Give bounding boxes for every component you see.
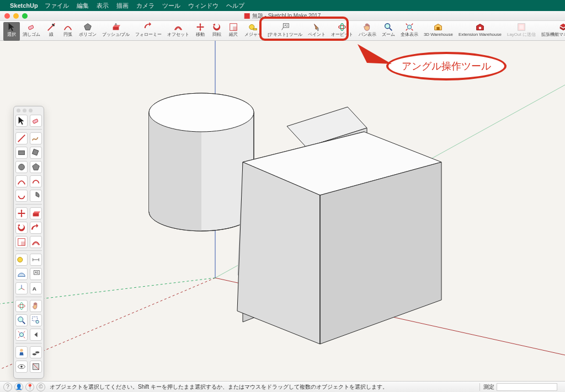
palette-select[interactable] [15, 115, 28, 127]
status-message: オブジェクトを選択してください。Shift キーを押したまま選択するか、またはマ… [50, 383, 479, 391]
app-name[interactable]: SketchUp [10, 2, 38, 9]
svg-point-14 [479, 26, 482, 29]
tool-extension-manager[interactable]: 拡張機能マネージャー [539, 22, 565, 41]
tool-line[interactable]: 線 [43, 22, 60, 41]
palette-freehand[interactable] [30, 132, 42, 144]
palette-2pt-arc[interactable] [30, 175, 42, 187]
status-geo-icon[interactable]: 📍 [25, 383, 34, 391]
svg-point-41 [19, 332, 23, 336]
window-titlebar: 無題 - SketchUp Make 2017 [0, 11, 565, 21]
tool-followme[interactable]: フォローミー [132, 22, 164, 41]
palette-position-camera[interactable] [15, 346, 28, 358]
svg-rect-0 [28, 25, 34, 30]
status-help-icon[interactable]: ? [3, 383, 12, 391]
tool-shape[interactable]: ポリゴン [76, 22, 99, 41]
menu-help[interactable]: ヘルプ [226, 2, 244, 10]
os-menubar: SketchUp ファイル 編集 表示 描画 カメラ ツール ウィンドウ ヘルプ [0, 0, 565, 11]
svg-point-23 [149, 93, 254, 132]
palette-text[interactable]: A1 [30, 268, 42, 280]
svg-point-10 [340, 23, 343, 30]
tool-pan[interactable]: パン表示 [356, 22, 379, 41]
tool-scale[interactable]: 縮尺 [225, 22, 242, 41]
palette-orbit[interactable] [15, 300, 28, 312]
tool-eraser[interactable]: 消しゴム [20, 22, 43, 41]
menu-window[interactable]: ウィンドウ [188, 2, 218, 10]
close-window-button[interactable] [4, 13, 10, 19]
tool-rotate[interactable]: 回転 [209, 22, 225, 41]
tool-pushpull[interactable]: プッシュ/プル [99, 22, 132, 41]
tool-zoom[interactable]: ズーム [379, 22, 398, 41]
tool-offset[interactable]: オフセット [164, 22, 192, 41]
menu-draw[interactable]: 描画 [116, 2, 129, 10]
minimize-window-button[interactable] [13, 13, 19, 19]
palette-move[interactable] [15, 207, 28, 219]
palette-3pt-arc[interactable] [15, 190, 28, 202]
svg-rect-27 [32, 149, 39, 155]
svg-text:A1: A1 [35, 271, 39, 274]
palette-followme[interactable] [30, 222, 42, 234]
tool-paint[interactable]: ペイント [305, 22, 328, 41]
palette-offset[interactable] [30, 236, 42, 248]
svg-text:A: A [33, 286, 36, 292]
svg-point-11 [385, 23, 390, 28]
menu-view[interactable]: 表示 [97, 2, 109, 10]
palette-rectangle[interactable] [15, 147, 28, 159]
palette-axes[interactable] [15, 282, 28, 294]
palette-zoom[interactable] [15, 314, 28, 326]
menu-camera[interactable]: カメラ [136, 2, 154, 10]
zoom-window-button[interactable] [22, 13, 28, 19]
palette-pie[interactable] [30, 190, 42, 202]
svg-marker-1 [84, 23, 92, 30]
tool-3d-warehouse[interactable]: 3D Warehouse [421, 22, 456, 41]
status-credit-icon[interactable]: © [36, 383, 45, 391]
svg-point-32 [18, 257, 23, 262]
menu-file[interactable]: ファイル [45, 2, 69, 10]
main-toolbar: 選択 消しゴム 線 円弧 ポリゴン プッシュ/プル フォローミー オフセット 移… [0, 21, 565, 41]
tool-move[interactable]: 移動 [192, 22, 209, 41]
palette-pan[interactable] [30, 300, 42, 312]
palette-protractor[interactable] [15, 268, 28, 280]
palette-line[interactable] [15, 132, 28, 144]
status-bar: ? 👤 📍 © オブジェクトを選択してください。Shift キーを押したまま選択… [0, 381, 565, 392]
document-badge-icon [244, 13, 250, 19]
palette-scale[interactable] [15, 236, 28, 248]
palette-rotate[interactable] [15, 222, 28, 234]
palette-tape[interactable] [15, 254, 28, 266]
model-viewport[interactable] [0, 41, 565, 381]
tool-zoom-extents[interactable]: 全体表示 [398, 22, 421, 41]
large-toolset-palette[interactable]: A1 A [13, 106, 44, 379]
palette-rotated-rect[interactable] [30, 147, 42, 159]
tool-text[interactable]: A1[テキスト] ツール [265, 22, 305, 41]
palette-walk[interactable] [30, 346, 42, 358]
svg-rect-8 [317, 28, 319, 30]
palette-pushpull[interactable] [30, 207, 42, 219]
palette-eraser[interactable] [30, 115, 42, 127]
svg-point-43 [33, 353, 36, 356]
tool-tape[interactable]: メジャー [242, 22, 265, 41]
tool-extension-warehouse[interactable]: Extension Warehouse [456, 22, 504, 41]
palette-polygon[interactable] [30, 161, 42, 173]
measurement-field[interactable] [497, 383, 557, 391]
status-user-icon[interactable]: 👤 [14, 383, 23, 391]
menu-edit[interactable]: 編集 [77, 2, 89, 10]
svg-text:A1: A1 [284, 24, 288, 27]
palette-section[interactable] [30, 361, 42, 373]
svg-rect-5 [253, 28, 257, 30]
palette-previous[interactable] [30, 329, 42, 341]
svg-marker-29 [33, 164, 40, 170]
palette-3dtext[interactable]: A [30, 282, 42, 294]
tool-orbit[interactable]: オービット [328, 22, 356, 41]
palette-arc[interactable] [15, 175, 28, 187]
svg-rect-3 [233, 26, 237, 30]
palette-zoom-extents[interactable] [15, 329, 28, 341]
callout-text: アングル操作ツール [402, 61, 491, 72]
palette-circle[interactable] [15, 161, 28, 173]
svg-point-38 [18, 317, 23, 322]
tool-arc[interactable]: 円弧 [60, 22, 76, 41]
menu-tools[interactable]: ツール [162, 2, 180, 10]
palette-zoom-window[interactable] [30, 314, 42, 326]
palette-look-around[interactable] [15, 361, 28, 373]
palette-dimension[interactable] [30, 254, 42, 266]
tool-select[interactable]: 選択 [3, 22, 20, 41]
svg-point-36 [18, 304, 25, 307]
